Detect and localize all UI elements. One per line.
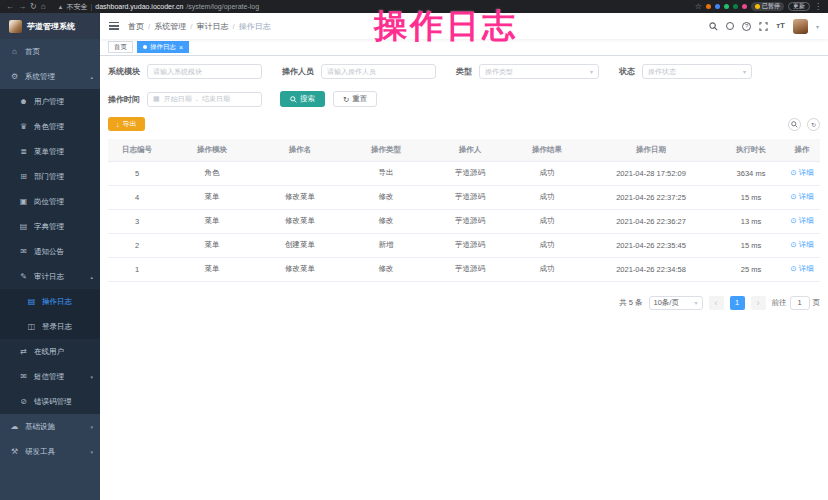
breadcrumb-item[interactable]: 首页 [128,21,144,32]
avatar-caret-down-icon[interactable]: ▾ [816,23,819,30]
tab-home[interactable]: 首页 [108,41,133,53]
url-domain: dashboard.yudao.iocoder.cn [95,3,183,10]
security-label: 不安全 [67,2,88,12]
search-icon[interactable] [709,22,718,31]
page-number-1[interactable]: 1 [730,296,745,310]
sidebar-item-login-log[interactable]: ◫登录日志 [0,314,100,339]
cell-operator: 芋道源码 [430,185,510,209]
search-button[interactable]: 搜索 [280,91,325,107]
cell-duration: 25 ms [718,257,784,281]
module-input[interactable] [147,64,262,79]
cell-operator: 芋道源码 [430,161,510,185]
sidebar-item-label: 审计日志 [34,272,64,282]
browser-menu-icon[interactable]: ⋮ [814,3,822,11]
extension-icon[interactable] [742,4,747,9]
sidebar-item-post-management[interactable]: ▣岗位管理 [0,189,100,214]
sidebar-item-online-users[interactable]: ⇄在线用户 [0,339,100,364]
goto-page-input[interactable] [790,296,810,310]
sidebar-logo[interactable]: 芋道管理系统 [0,13,100,39]
breadcrumb-item[interactable]: 系统管理 [154,21,186,32]
column-header: 操作人 [430,139,510,161]
module-label: 系统模块 [108,66,140,77]
column-header: 操作日期 [584,139,718,161]
prev-page-button[interactable]: ‹ [709,296,724,310]
sidebar-item-label: 基础设施 [25,422,55,432]
breadcrumb-item[interactable]: 审计日志 [196,21,228,32]
toggle-search-icon[interactable] [788,118,801,131]
extension-icon[interactable] [706,4,711,9]
cell-date: 2021-04-26 22:34:58 [584,257,718,281]
profile-chip[interactable]: 已暂停 [751,2,784,11]
detail-link[interactable]: ⊙ 详细 [790,192,813,201]
browser-home-icon[interactable]: ⌂ [41,3,46,11]
sidebar-item-label: 部门管理 [34,172,64,182]
reset-button[interactable]: ↻ 重置 [333,91,377,107]
sidebar-item-label: 首页 [25,47,40,57]
refresh-table-icon[interactable]: ↻ [807,118,820,131]
filter-time: 操作时间 ▦ 开始日期 - 结束日期 [108,92,262,107]
user-avatar[interactable] [793,19,808,34]
sidebar-item-notice[interactable]: ✉通知公告 [0,239,100,264]
type-select[interactable]: 操作类型 ▾ [479,64,599,79]
browser-forward-icon[interactable]: → [18,3,26,11]
detail-link[interactable]: ⊙ 详细 [790,168,813,177]
github-icon[interactable] [726,22,734,30]
font-size-icon[interactable]: ᴛT [776,22,785,30]
sidebar-item-operate-log[interactable]: ▤操作日志 [0,289,100,314]
sidebar-item-system-management[interactable]: ⚙系统管理▴ [0,64,100,89]
sidebar-item-label: 短信管理 [34,372,64,382]
page-size-select[interactable]: 10条/页 ▾ [649,296,703,310]
cell-action: ⊙ 详细 [784,161,820,185]
cell-name: 修改菜单 [258,185,342,209]
app-title: 芋道管理系统 [27,21,75,32]
column-header: 操作类型 [342,139,430,161]
filter-row-2: 操作时间 ▦ 开始日期 - 结束日期 搜索 ↻ 重置 [108,91,820,107]
export-button[interactable]: ↓ 导出 [108,117,145,131]
detail-link[interactable]: ⊙ 详细 [790,264,813,273]
operator-label: 操作人员 [282,66,314,77]
bookmark-star-icon[interactable]: ☆ [695,3,702,11]
end-date-placeholder: 结束日期 [202,94,230,104]
tab-active-operate-log[interactable]: 操作日志× [137,41,189,53]
sidebar-item-sms-management[interactable]: ✉短信管理▾ [0,364,100,389]
breadcrumb: 首页/系统管理/审计日志/操作日志 [128,21,271,32]
breadcrumb-separator: / [148,22,150,31]
detail-link[interactable]: ⊙ 详细 [790,216,813,225]
browser-back-icon[interactable]: ← [6,3,14,11]
extension-icon[interactable] [715,4,720,9]
sidebar-item-dict-management[interactable]: ▤字典管理 [0,214,100,239]
sidebar-item-audit-log[interactable]: ✎审计日志▴ [0,264,100,289]
sidebar-item-user-management[interactable]: ☻用户管理 [0,89,100,114]
close-icon[interactable]: × [179,44,183,51]
table-row: 3菜单修改菜单修改芋道源码成功2021-04-26 22:36:2713 ms⊙… [108,209,820,233]
breadcrumb-item: 操作日志 [239,21,271,32]
sidebar-item-menu-management[interactable]: ≣菜单管理 [0,139,100,164]
sidebar-item-dept-management[interactable]: ⊞部门管理 [0,164,100,189]
browser-reload-icon[interactable]: ↻ [30,3,37,11]
extension-icon[interactable] [733,4,738,9]
sidebar-item-dev-tools[interactable]: ⚒研发工具▾ [0,439,100,464]
main-area: 首页/系统管理/审计日志/操作日志 ? ᴛT ▾ 首页操作日志× 系统模块 [100,13,828,500]
extension-icon[interactable] [724,4,729,9]
operator-input[interactable] [321,64,436,79]
address-bar[interactable]: ▲ 不安全 | dashboard.yudao.iocoder.cn/syste… [58,2,260,12]
sidebar-item-home[interactable]: ⌂首页 [0,39,100,64]
sidebar-item-infrastructure[interactable]: ☁基础设施▾ [0,414,100,439]
hamburger-icon[interactable] [109,22,119,30]
range-separator: - [196,96,198,103]
sidebar-item-label: 通知公告 [34,247,64,257]
sidebar-item-error-code-management[interactable]: ⊘错误码管理 [0,389,100,414]
detail-link[interactable]: ⊙ 详细 [790,240,813,249]
next-page-button[interactable]: › [751,296,766,310]
filter-module: 系统模块 [108,64,262,79]
cell-module: 菜单 [166,257,258,281]
detail-link-label: 详细 [799,240,814,249]
status-select-placeholder: 操作状态 [648,67,676,77]
docs-icon[interactable]: ? [742,22,751,31]
sidebar-item-role-management[interactable]: ♛角色管理 [0,114,100,139]
date-range-picker[interactable]: ▦ 开始日期 - 结束日期 [147,92,262,107]
cell-action: ⊙ 详细 [784,233,820,257]
fullscreen-icon[interactable] [759,22,768,31]
update-button[interactable]: 更新 [788,2,810,11]
status-select[interactable]: 操作状态 ▾ [642,64,752,79]
